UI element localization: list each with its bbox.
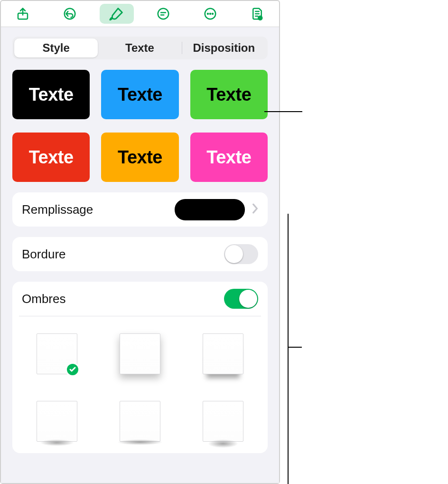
format-panel: Style Texte Disposition Texte Texte	[0, 0, 280, 484]
preset-4[interactable]: Texte	[12, 133, 90, 182]
shadow-sample-drop	[120, 333, 160, 374]
callout-line	[264, 111, 302, 112]
preset-2-label: Texte	[118, 85, 162, 105]
shadow-card: Ombres	[12, 282, 268, 453]
insert-icon[interactable]	[146, 4, 180, 24]
tabs-segmented-control: Style Texte Disposition	[12, 37, 268, 59]
callout-line	[288, 214, 289, 484]
shadow-toggle[interactable]	[224, 289, 258, 309]
preset-3[interactable]: Texte	[190, 70, 268, 119]
svg-point-9	[260, 18, 261, 19]
shadow-sample-curl-c	[203, 401, 243, 442]
preset-4-label: Texte	[29, 147, 74, 168]
shadow-option-none[interactable]	[15, 323, 98, 385]
svg-point-2	[158, 9, 169, 19]
fill-swatch[interactable]	[175, 199, 245, 220]
selected-badge-icon	[65, 362, 80, 377]
preset-5-label: Texte	[118, 147, 162, 168]
shadow-label: Ombres	[22, 292, 65, 306]
format-brush-icon[interactable]	[100, 4, 134, 24]
preset-2[interactable]: Texte	[101, 70, 178, 119]
preset-1-label: Texte	[29, 85, 74, 105]
border-row: Bordure	[12, 237, 268, 271]
fill-label: Remplissage	[22, 202, 93, 217]
border-toggle[interactable]	[224, 244, 258, 264]
tab-style[interactable]: Style	[14, 38, 98, 57]
style-presets-grid: Texte Texte Texte Texte Texte Texte	[12, 70, 268, 182]
shadow-option-curl-c[interactable]	[182, 390, 265, 452]
panel-body: Style Texte Disposition Texte Texte	[1, 27, 279, 483]
preset-5[interactable]: Texte	[101, 133, 178, 182]
preset-6[interactable]: Texte	[190, 133, 268, 182]
share-icon[interactable]	[6, 4, 40, 24]
tab-disposition-label: Disposition	[193, 41, 255, 55]
tab-disposition[interactable]: Disposition	[182, 38, 266, 57]
shadow-option-drop[interactable]	[98, 323, 181, 385]
svg-point-4	[207, 13, 208, 14]
shadow-option-curl-b[interactable]	[98, 390, 181, 452]
shadow-sample-contact	[203, 333, 243, 374]
tab-texte[interactable]: Texte	[98, 38, 181, 57]
svg-point-6	[212, 13, 213, 14]
shadow-option-contact[interactable]	[182, 323, 265, 385]
callout-line	[288, 347, 302, 348]
svg-point-5	[210, 13, 211, 14]
tab-texte-label: Texte	[125, 41, 154, 55]
border-card: Bordure	[12, 237, 268, 271]
tab-style-label: Style	[42, 41, 69, 55]
shadow-option-curl-a[interactable]	[15, 390, 98, 452]
document-view-icon[interactable]	[240, 4, 274, 24]
fill-right	[175, 199, 258, 220]
chevron-right-icon	[252, 203, 258, 216]
panel-toolbar	[1, 1, 279, 27]
shadow-row: Ombres	[12, 282, 268, 316]
shadow-sample-curl-a	[37, 401, 77, 442]
fill-row[interactable]: Remplissage	[12, 192, 268, 227]
border-label: Bordure	[22, 247, 66, 262]
shadow-sample-none	[37, 333, 77, 374]
preset-1[interactable]: Texte	[12, 70, 90, 119]
shadow-sample-curl-b	[120, 401, 160, 442]
more-icon[interactable]	[193, 4, 227, 24]
fill-card: Remplissage	[12, 192, 268, 227]
shadow-options-grid	[12, 316, 268, 453]
preset-6-label: Texte	[206, 147, 251, 168]
undo-icon[interactable]	[53, 4, 87, 24]
preset-3-label: Texte	[206, 85, 251, 105]
